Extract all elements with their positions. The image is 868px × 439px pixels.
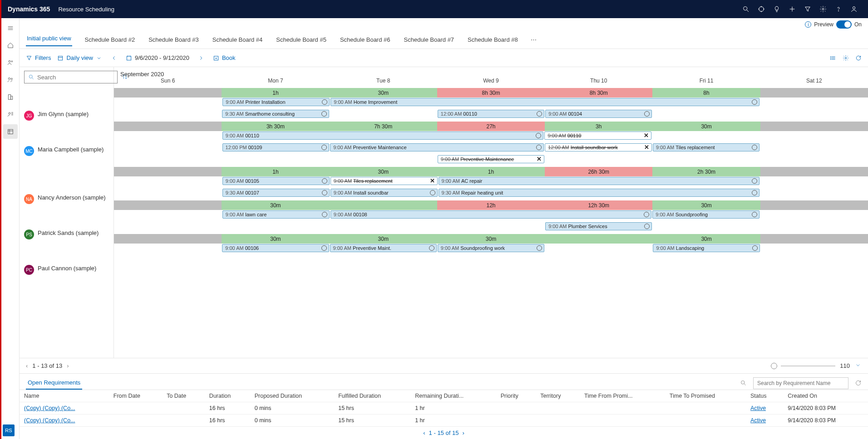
table-row[interactable]: (Copy) (Copy) (Co...16 hrs0 mins15 hrs1 … — [20, 402, 868, 415]
people-icon[interactable] — [3, 55, 18, 70]
booking-block[interactable]: 12:00 AMInstall soundbar work✕ — [545, 143, 652, 151]
contact-icon[interactable] — [3, 107, 18, 122]
table-header[interactable]: Created On — [783, 390, 868, 402]
booking-block[interactable]: 9:00 AMSoundproofing work — [438, 244, 544, 252]
board-pager: ‹ 1 - 13 of 13 › 110 — [20, 358, 868, 373]
table-header[interactable]: Territory — [536, 390, 580, 402]
booking-block[interactable]: 9:00 AMPreventive Maint. — [330, 244, 437, 252]
resource-search-input[interactable] — [37, 74, 113, 81]
board-tab[interactable]: Schedule Board #6 — [339, 34, 391, 45]
requirement-link[interactable]: (Copy) (Copy) (Co... — [24, 417, 75, 424]
info-icon[interactable]: i — [805, 21, 811, 28]
booking-block[interactable]: 9:00 AM00104 — [545, 110, 652, 118]
filters-button[interactable]: Filters — [26, 54, 51, 61]
booking-block[interactable]: 9:00 AM00108 — [330, 210, 652, 219]
table-row[interactable]: (Copy) (Copy) (Co...16 hrs0 mins15 hrs1 … — [20, 415, 868, 427]
daily-view-button[interactable]: Daily view — [57, 54, 102, 61]
schedule-board-icon[interactable] — [3, 124, 18, 139]
booking-block[interactable]: 9:00 AMlawn care — [222, 210, 330, 219]
status-link[interactable]: Active — [750, 405, 766, 411]
book-button[interactable]: Book — [213, 54, 236, 61]
booking-block[interactable]: 9:00 AM00106 — [222, 244, 329, 252]
booking-block[interactable]: 9:30 AMRepair heating unit — [439, 189, 760, 197]
booking-block[interactable]: 9:00 AM00110✕ — [544, 132, 651, 140]
table-header[interactable]: To Date — [162, 390, 205, 402]
board-tab[interactable]: Initial public view — [26, 33, 72, 46]
booking-block[interactable]: 9:00 AMLandscaping — [653, 244, 760, 252]
resource-row[interactable]: NANancy Anderson (sample) — [20, 191, 113, 227]
booking-block[interactable]: 9:30 AMSmarthome consulting — [222, 110, 329, 118]
board-tab[interactable]: Schedule Board #8 — [467, 34, 519, 45]
refresh-icon[interactable] — [855, 55, 862, 61]
gear-icon[interactable] — [815, 1, 831, 17]
booking-block[interactable]: 9:00 AMPrinter Installation — [222, 98, 330, 106]
next-period-button[interactable] — [196, 55, 207, 61]
booking-block[interactable]: 12:00 PM00109 — [222, 143, 330, 151]
table-header[interactable]: Name — [20, 390, 109, 402]
booking-block[interactable]: 9:00 AM00110 — [222, 132, 544, 140]
org-icon[interactable] — [3, 90, 18, 104]
booking-block[interactable]: 9:00 AMAC repair — [439, 177, 760, 185]
resource-row[interactable]: MCMaria Campbell (sample) — [20, 143, 113, 191]
table-header[interactable]: Duration — [205, 390, 250, 402]
help-icon[interactable] — [831, 1, 846, 17]
pager-prev-icon[interactable]: ‹ — [26, 362, 28, 369]
list-view-icon[interactable] — [830, 55, 836, 61]
more-tabs-button[interactable]: ⋯ — [531, 36, 537, 43]
booking-block[interactable]: 9:30 AM00107 — [222, 189, 330, 197]
req-pager-next-icon[interactable]: › — [462, 429, 464, 436]
table-header[interactable]: Fulfilled Duration — [334, 390, 410, 402]
status-link[interactable]: Active — [750, 417, 766, 424]
table-header[interactable]: Proposed Duration — [250, 390, 334, 402]
account-icon[interactable] — [846, 1, 862, 17]
table-header[interactable]: Status — [746, 390, 783, 402]
booking-block[interactable]: 9:00 AMPreventive Maintenance — [330, 143, 544, 151]
table-header[interactable]: Priority — [496, 390, 536, 402]
home-icon[interactable] — [3, 38, 18, 53]
lightbulb-icon[interactable] — [769, 1, 784, 17]
booking-block[interactable]: 9:00 AMTiles replacement — [653, 143, 760, 151]
search-icon[interactable] — [740, 380, 747, 386]
refresh-icon[interactable] — [855, 380, 862, 386]
resource-row[interactable]: PSPatrick Sands (sample) — [20, 227, 113, 262]
board-tab[interactable]: Schedule Board #5 — [275, 34, 327, 45]
preview-toggle[interactable] — [836, 20, 852, 29]
group-icon[interactable] — [3, 73, 18, 87]
search-icon[interactable] — [738, 1, 754, 17]
target-icon[interactable] — [754, 1, 769, 17]
board-tab[interactable]: Schedule Board #3 — [148, 34, 200, 45]
table-header[interactable]: Time To Promised — [665, 390, 746, 402]
table-header[interactable]: Remaining Durati... — [410, 390, 496, 402]
booking-block[interactable]: 9:00 AMSoundproofing — [652, 210, 760, 219]
booking-block[interactable]: 9:00 AMTiles replacement✕ — [330, 177, 438, 185]
zoom-slider[interactable] — [771, 363, 835, 369]
booking-block[interactable]: 12:00 AM00110 — [438, 110, 544, 118]
booking-block[interactable]: 9:00 AMHome Improvement — [330, 98, 760, 106]
booking-block[interactable]: 9:00 AMInstall soundbar — [330, 189, 438, 197]
requirement-link[interactable]: (Copy) (Copy) (Co... — [24, 405, 75, 411]
resource-row[interactable]: PCPaul Cannon (sample) — [20, 262, 113, 285]
booking-block[interactable]: 9:00 AM00105 — [222, 177, 330, 185]
board-tab[interactable]: Schedule Board #4 — [212, 34, 264, 45]
collapse-icon[interactable] — [854, 361, 862, 370]
svg-point-39 — [845, 57, 847, 59]
booking-block[interactable]: 9:00 AMPreventive Maintenance✕ — [438, 155, 544, 163]
requirements-search-input[interactable] — [753, 377, 848, 389]
pager-next-icon[interactable]: › — [67, 362, 69, 369]
prev-period-button[interactable] — [108, 55, 119, 61]
resource-search-box[interactable] — [24, 71, 118, 83]
board-tab[interactable]: Schedule Board #2 — [84, 34, 136, 45]
board-settings-icon[interactable] — [843, 55, 849, 61]
board-tab[interactable]: Schedule Board #7 — [403, 34, 455, 45]
app-switcher-badge[interactable]: RS — [3, 424, 15, 436]
filter-icon[interactable] — [800, 1, 815, 17]
table-header[interactable]: Time From Promi... — [580, 390, 665, 402]
table-header[interactable]: From Date — [109, 390, 162, 402]
menu-icon[interactable] — [3, 21, 18, 35]
booking-block[interactable]: 9:00 AMPlumber Services — [545, 222, 652, 230]
date-range-button[interactable]: 9/6/2020 - 9/12/2020 — [126, 54, 189, 61]
req-pager-prev-icon[interactable]: ‹ — [423, 429, 425, 436]
tab-open-requirements[interactable]: Open Requirements — [26, 376, 82, 390]
plus-icon[interactable] — [784, 1, 800, 17]
resource-row[interactable]: JGJim Glynn (sample) — [20, 108, 113, 143]
